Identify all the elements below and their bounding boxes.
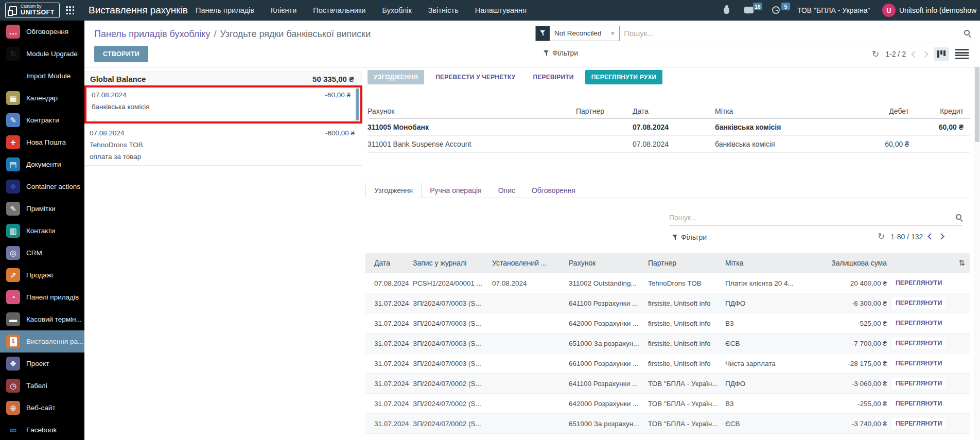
view-button[interactable]: ПЕРЕГЛЯНУТИ <box>892 318 946 329</box>
tab-manual-operation[interactable]: Ручна операція <box>422 183 489 198</box>
sidebar-item-calendar[interactable]: ▦Календар <box>0 87 84 109</box>
view-button[interactable]: ПЕРЕГЛЯНУТИ <box>892 398 946 409</box>
menu-vendors[interactable]: Постачальники <box>313 6 365 14</box>
candidate-row[interactable]: 31.07.2024 ЗП/2024/07/0003 (S... 651000 … <box>365 333 970 354</box>
inner-filters-button[interactable]: Фільтри <box>672 233 707 241</box>
inner-pager-prev-icon[interactable] <box>927 233 934 240</box>
inner-pager-next-icon[interactable] <box>938 233 944 240</box>
refresh-icon[interactable]: ↻ <box>872 50 879 59</box>
reconciliation-panel: УЗГОДЖЕННЯ ПЕРЕВЕСТИ У ЧЕРНЕТКУ ПЕРЕВІРИ… <box>365 67 980 440</box>
menu-accounting[interactable]: Бухоблік <box>382 6 411 14</box>
dashboards-gauge-icon: ◔ <box>6 290 20 304</box>
validate-button[interactable]: ПЕРЕВІРИТИ <box>527 70 580 84</box>
view-button[interactable]: ПЕРЕГЛЯНУТИ <box>892 297 946 309</box>
pager-range: 1-2 / 2 <box>885 50 906 58</box>
to-draft-button[interactable]: ПЕРЕВЕСТИ У ЧЕРНЕТКУ <box>429 70 521 84</box>
inner-pager: ↻ 1-80 / 132 <box>878 232 943 241</box>
sidebar-item-module-upgrade[interactable]: ↻Module Upgrade <box>0 43 84 65</box>
action-buttons: УЗГОДЖЕННЯ ПЕРЕВЕСТИ У ЧЕРНЕТКУ ПЕРЕВІРИ… <box>367 70 662 84</box>
view-moves-button[interactable]: ПЕРЕГЛЯНУТИ РУХИ <box>585 70 663 84</box>
crm-handshake-icon: ◎ <box>6 246 20 260</box>
create-button[interactable]: СТВОРИТИ <box>94 46 148 62</box>
inner-search-input[interactable] <box>669 214 956 222</box>
company-switcher[interactable]: ТОВ "БПЛА - Україна" <box>797 0 870 21</box>
inner-refresh-icon[interactable]: ↻ <box>878 232 885 241</box>
user-menu[interactable]: Unitsoft info (demoshow <box>899 0 976 21</box>
menu-settings[interactable]: Налаштування <box>475 6 527 14</box>
global-balance-row: Global Balance 50 335,00 ₴ <box>84 72 362 86</box>
candidate-row[interactable]: 31.07.2024 ЗП/2024/07/0002 (S... 641100 … <box>365 374 970 394</box>
activities-clock-icon[interactable] <box>772 6 780 14</box>
apps-grid-icon[interactable] <box>66 6 75 15</box>
menu-dashboard[interactable]: Панель приладів <box>196 6 254 14</box>
pager-prev-icon[interactable] <box>911 51 918 58</box>
notes-pencil-icon: ✎ <box>6 202 20 216</box>
sidebar-item-sales[interactable]: ⇗Продажі <box>0 264 84 286</box>
optional-columns-icon[interactable]: ⇅ <box>954 258 970 268</box>
view-button[interactable]: ПЕРЕГЛЯНУТИ <box>892 418 946 429</box>
view-button[interactable]: ПЕРЕГЛЯНУТИ <box>892 338 946 349</box>
debug-bug-icon[interactable] <box>724 7 729 14</box>
kanban-view-button[interactable] <box>934 47 949 61</box>
candidate-row[interactable]: 31.07.2024 ЗП/2024/07/0003 (S... 661000 … <box>365 354 970 374</box>
search-input[interactable] <box>620 29 964 38</box>
sidebar-item-dashboards[interactable]: ◔Панелі приладів <box>0 286 84 308</box>
breadcrumb: Панель приладів бухобліку/Узгодьте рядки… <box>94 29 371 40</box>
sidebar-item-project[interactable]: ❖Проект <box>0 353 84 375</box>
reconcile-button[interactable]: УЗГОДЖЕННЯ <box>367 70 424 84</box>
candidate-row[interactable]: 31.07.2024 ЗП/2024/07/0003 (S... 642000 … <box>365 313 970 333</box>
sidebar-item-pos[interactable]: ▬Касовий термін... <box>0 308 84 330</box>
candidate-row[interactable]: 07.08.2024 PCSH1/2024/00001 ... 07.08.20… <box>365 273 970 293</box>
move-lines-table: Рахунок Партнер Дата Мітка Дебет Кредит … <box>367 103 970 153</box>
view-button[interactable]: ПЕРЕГЛЯНУТИ <box>892 277 946 289</box>
move-line-row[interactable]: 311005 Монобанк 07.08.2024 банківська ко… <box>367 119 970 136</box>
avatar[interactable]: U <box>882 4 896 17</box>
view-button[interactable]: ПЕРЕГЛЯНУТИ <box>892 378 946 389</box>
sidebar-item-nova-poshta[interactable]: +Нова Пошта <box>0 131 84 153</box>
panel-scrollbar-thumb[interactable] <box>356 89 359 120</box>
line-amount: -600,00 ₴ <box>325 129 355 137</box>
sidebar-item-discuss[interactable]: …Обговорення <box>0 21 84 43</box>
inner-search-icon[interactable] <box>956 214 962 221</box>
line-date: 07.08.2024 <box>90 129 357 137</box>
sidebar-item-facebook[interactable]: ∞Facebook <box>0 419 84 440</box>
tab-reconciliation[interactable]: Узгодження <box>365 183 422 198</box>
menu-customers[interactable]: Клієнти <box>271 6 296 14</box>
pos-register-icon: ▬ <box>6 312 20 326</box>
search-icon[interactable] <box>964 30 971 37</box>
statement-line[interactable]: 07.08.2024 -600,00 ₴ TehnoDrons ТОВ опла… <box>84 125 362 166</box>
page-scrollbar-thumb[interactable] <box>975 67 979 142</box>
candidate-row[interactable]: 31.07.2024 ЗП/2024/07/0002 (S... 651000 … <box>365 414 970 434</box>
unitsoft-logo-icon <box>9 6 17 15</box>
statement-line-selected[interactable]: 07.08.2024 -60,00 ₴ банківська комісія <box>84 85 362 124</box>
candidate-row[interactable]: 31.07.2024 ЗП/2024/07/0002 (S... 642000 … <box>365 394 970 414</box>
sidebar-item-website[interactable]: ⊕Веб-сайт <box>0 397 84 419</box>
sidebar-item-container-actions[interactable]: ❖Container actions <box>0 175 84 198</box>
sidebar-item-documents[interactable]: ▤Документи <box>0 153 84 175</box>
sidebar-item-invoicing[interactable]: $Виставлення ра... <box>0 330 84 353</box>
page-scrollbar[interactable] <box>974 67 980 440</box>
sidebar-item-contracts[interactable]: ✎Контракти <box>0 109 84 131</box>
tab-discussion[interactable]: Обговорення <box>523 183 584 198</box>
sidebar-item-notes[interactable]: ✎Примітки <box>0 198 84 220</box>
view-button[interactable]: ПЕРЕГЛЯНУТИ <box>892 358 946 369</box>
facet-remove-icon[interactable]: × <box>606 26 620 41</box>
reconcile-candidates-table: Дата Запис у журналі Установлений ... Ра… <box>365 253 970 434</box>
tab-description[interactable]: Опис <box>490 183 523 198</box>
sidebar-item-contacts[interactable]: ▥Контакти <box>0 220 84 242</box>
sidebar-item-timesheets[interactable]: ◷Табелі <box>0 375 84 397</box>
candidate-row[interactable]: 31.07.2024 ЗП/2024/07/0003 (S... 641100 … <box>365 293 970 313</box>
breadcrumb-link[interactable]: Панель приладів бухобліку <box>94 29 210 39</box>
messages-icon[interactable] <box>744 7 754 13</box>
sidebar-item-crm[interactable]: ◎CRM <box>0 242 84 264</box>
logo-brand: UNITSOFT <box>21 9 55 16</box>
filters-button[interactable]: Фільтри <box>544 49 578 57</box>
module-upgrade-icon: ↻ <box>6 47 20 61</box>
menu-reporting[interactable]: Звітність <box>428 6 459 14</box>
move-line-row[interactable]: 311001 Bank Suspense Account 07.08.2024 … <box>367 136 970 153</box>
pager-next-icon[interactable] <box>922 51 929 58</box>
inner-search-bar <box>669 209 962 226</box>
discuss-chat-icon: … <box>6 25 20 39</box>
sidebar-item-import-module[interactable]: Import Module <box>0 65 84 87</box>
list-view-button[interactable] <box>955 47 969 61</box>
